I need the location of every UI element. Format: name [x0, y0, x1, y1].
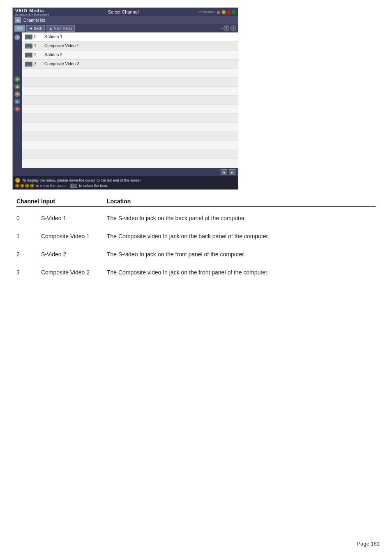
screenshot-area: VAIO Media Entertainment Everywhere Sele… [12, 7, 238, 190]
main-content: ① ⊙ ⊕ ⊗ θ ⊗ 📺 0 S-Video 1 📺 1 Composite … [13, 32, 238, 168]
channel-num-1: 1 [34, 44, 44, 48]
row2-channel: 2 [16, 251, 41, 258]
nav-tabs[interactable]: TV ◄ Back ▲ Main Menu in + - [13, 24, 238, 32]
channel-row-empty-3 [22, 87, 238, 96]
header-location: Location [107, 198, 230, 205]
channel-row-empty-5 [22, 105, 238, 114]
sidebar-icon-3[interactable]: ⊗ [14, 91, 20, 97]
page-number: Page 161 [357, 541, 380, 547]
channel-row-empty-6 [22, 114, 238, 123]
hint-row-2: ● ● ● ● to move the cursor, ⟵ to select … [15, 184, 235, 188]
hint-icon-O: O [15, 178, 20, 183]
dot-yellow [222, 10, 226, 14]
channel-row-empty-8 [22, 132, 238, 141]
channel-row-3[interactable]: 📺 3 Composite Video 2 [22, 60, 238, 69]
channel-row-empty-2 [22, 78, 238, 87]
table-row-0: 0 S-Video 1 The S-video In jack on the b… [16, 213, 376, 221]
hint-row-1: O To display the menu, please move the c… [15, 178, 235, 183]
table-row-1: 1 Composite Video 1 The Composite video … [16, 231, 376, 240]
channel-num-3: 3 [34, 62, 44, 66]
hint-icon-c1: ● [15, 184, 19, 188]
tab-main-menu[interactable]: ▲ Main Menu [46, 25, 75, 32]
channel-row-empty-11 [22, 159, 238, 168]
toolbar-area: ■ Channel list [13, 16, 238, 24]
hint-text-1: To display the menu, please move the cur… [22, 178, 143, 182]
window-dots [222, 10, 235, 14]
row3-channel: 3 [16, 269, 41, 276]
table-row-2: 2 S-Video 2 The S-video In jack on the f… [16, 249, 376, 258]
hint-text-3: to select the item. [79, 184, 108, 188]
monitor-icon: 🖥 [216, 10, 220, 14]
top-bar-right: FP92bou03 🖥 [198, 10, 235, 14]
nav-btn-plus[interactable]: + [224, 25, 229, 31]
table-header: Channel Input Location [16, 198, 376, 207]
channel-name-1: Composite Video 1 [44, 44, 235, 48]
bottom-hint: O To display the menu, please move the c… [13, 176, 238, 189]
channel-name-3: Composite Video 2 [44, 62, 235, 66]
content-section: Channel Input Location 0 S-Video 1 The S… [0, 190, 392, 294]
hint-icon-c4: ● [30, 184, 34, 188]
row2-input: S-Video 2 [41, 251, 107, 258]
top-bar: VAIO Media Entertainment Everywhere Sele… [13, 8, 238, 16]
channel-list-label: Channel list [23, 18, 45, 23]
channel-icon-1: 📺 [25, 44, 32, 48]
channel-row-empty-10 [22, 150, 238, 159]
sidebar-icon-2[interactable]: ⊕ [14, 84, 20, 90]
channel-row-empty-1 [22, 69, 238, 78]
sidebar-icon-0[interactable]: ① [14, 35, 20, 40]
row2-location: The S-video In jack on the front panel o… [107, 251, 376, 258]
table-row-3: 3 Composite Video 2 The Composite video … [16, 267, 376, 276]
dot-red [227, 10, 231, 14]
channel-row-0[interactable]: 📺 0 S-Video 1 [22, 32, 238, 41]
channel-list-icon: ■ [15, 17, 21, 23]
row0-channel: 0 [16, 215, 41, 221]
sidebar-icon-5[interactable]: ⊗ [14, 106, 20, 112]
channel-num-2: 2 [34, 53, 44, 57]
hint-icons-row: ● ● ● ● [15, 184, 34, 188]
row1-input: Composite Video 1 [41, 233, 107, 240]
channel-list: 📺 0 S-Video 1 📺 1 Composite Video 1 📺 2 … [22, 32, 238, 168]
channel-num-0: 0 [34, 35, 44, 39]
vaio-logo-main: VAIO Media [15, 8, 49, 13]
left-sidebar-icons: ① ⊙ ⊕ ⊗ θ ⊗ [13, 32, 22, 168]
channel-row-empty-4 [22, 96, 238, 105]
channel-row-empty-9 [22, 141, 238, 150]
channel-row-empty-7 [22, 123, 238, 132]
channel-row-2[interactable]: 📺 2 S-Video 2 [22, 51, 238, 60]
vaio-logo-sub: Entertainment Everywhere [15, 13, 49, 16]
channel-icon-3: 📺 [25, 62, 32, 67]
hint-icon-c2: ● [20, 184, 24, 188]
bottom-nav: ◄ ► [13, 168, 238, 176]
channel-row-1[interactable]: 📺 1 Composite Video 1 [22, 41, 238, 51]
select-channel-title: Select Channel [49, 9, 197, 14]
row1-location: The Composite video In jack on the back … [107, 233, 376, 240]
nav-right-label: in [220, 27, 222, 30]
nav-right: in + - [220, 25, 236, 31]
nav-btn-minus[interactable]: - [231, 25, 236, 31]
header-input: Input [41, 198, 107, 205]
hint-arrow-icon: ⟵ [70, 184, 77, 188]
sidebar-icon-4[interactable]: θ [14, 99, 20, 104]
hint-icon-c3: ● [25, 184, 29, 188]
row0-input: S-Video 1 [41, 215, 107, 221]
channel-name-2: S-Video 2 [44, 53, 235, 57]
channel-icon-2: 📺 [25, 53, 32, 58]
row0-location: The S-video In jack on the back panel of… [107, 215, 376, 221]
header-channel: Channel [16, 198, 41, 205]
row3-input: Composite Video 2 [41, 269, 107, 276]
fps-label: FP92bou03 [198, 10, 214, 14]
tab-back[interactable]: ◄ Back [26, 25, 45, 32]
sidebar-icon-1[interactable]: ⊙ [14, 76, 20, 82]
row3-location: The Composite video In jack on the front… [107, 269, 376, 276]
hint-text-2: to move the cursor, [36, 184, 68, 188]
nav-arrow-left[interactable]: ◄ [221, 169, 227, 175]
channel-icon-0: 📺 [25, 35, 32, 39]
dot-green [232, 10, 235, 14]
channel-name-0: S-Video 1 [44, 35, 235, 39]
row1-channel: 1 [16, 233, 41, 240]
vaio-logo: VAIO Media Entertainment Everywhere [15, 8, 49, 16]
tab-tv[interactable]: TV [14, 25, 25, 32]
nav-arrow-right[interactable]: ► [229, 169, 235, 175]
